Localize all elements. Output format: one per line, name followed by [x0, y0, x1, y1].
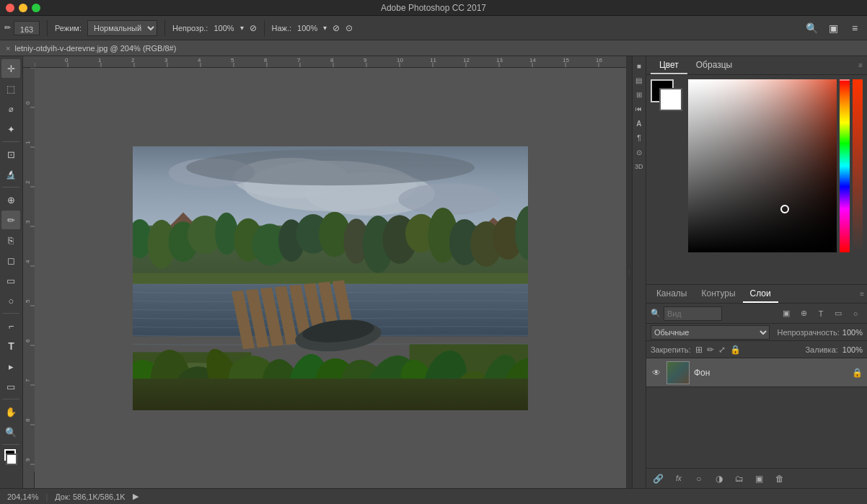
layer-thumbnail: [666, 361, 690, 384]
tool-hand[interactable]: ✋: [1, 402, 20, 421]
minimize-button[interactable]: [19, 4, 27, 12]
divider-2: [164, 20, 165, 36]
angle-icon[interactable]: ⊙: [346, 23, 353, 33]
layer-new-button[interactable]: ▣: [752, 471, 767, 487]
tool-zoom[interactable]: 🔍: [1, 423, 20, 441]
lock-artboard-icon[interactable]: ⤢: [718, 345, 726, 355]
collapse-strip[interactable]: ⋮: [626, 56, 632, 488]
tool-dodge[interactable]: ○: [1, 291, 20, 310]
tab-close[interactable]: ×: [6, 44, 10, 53]
document-tab[interactable]: × letniy-otdyih-v-derevne.jpg @ 204% (RG…: [0, 40, 867, 56]
tool-gradient[interactable]: ▭: [1, 271, 20, 290]
blend-mode-select[interactable]: Нормальный: [87, 20, 157, 36]
fill-value[interactable]: 100%: [842, 345, 863, 354]
layer-type-filter[interactable]: ▣: [779, 306, 793, 321]
close-button[interactable]: [6, 4, 14, 12]
h-ruler-canvas: [35, 56, 626, 67]
layer-shape-filter[interactable]: ▭: [831, 306, 845, 321]
saturation-value-picker[interactable]: [688, 79, 837, 252]
layer-bottom-toolbar: 🔗 fx ○ ◑ 🗂 ▣ 🗑: [646, 468, 867, 488]
app-title: Adobe Photoshop CC 2017: [381, 3, 486, 13]
color-picker-layout: [651, 79, 863, 252]
pattern-panel-icon[interactable]: ⊞: [633, 88, 646, 101]
lock-pixels-icon[interactable]: ⊞: [695, 345, 703, 355]
tool-type[interactable]: T: [1, 337, 20, 355]
divider-1: [47, 20, 48, 36]
search-button[interactable]: 🔍: [804, 20, 819, 36]
paragraph-panel-icon[interactable]: ¶: [633, 131, 646, 144]
arrange-button[interactable]: ▣: [825, 20, 841, 36]
background-swatch[interactable]: [659, 88, 682, 111]
color-picker-area: [646, 75, 867, 284]
tool-pen[interactable]: ⌐: [1, 317, 20, 335]
tool-crop[interactable]: ⊡: [1, 145, 20, 164]
tool-shape[interactable]: ▭: [1, 377, 20, 396]
fg-bg-swatches[interactable]: [651, 79, 682, 111]
tab-swatches[interactable]: Образцы: [687, 57, 741, 74]
lock-row: Закрепить: ⊞ ✏ ⤢ 🔒 Заливка: 100%: [646, 341, 867, 358]
alpha-slider[interactable]: [853, 79, 863, 252]
layers-panel-menu[interactable]: ≡: [860, 290, 864, 298]
layer-delete-button[interactable]: 🗑: [772, 471, 788, 487]
layer-item-fon[interactable]: 👁 Фон 🔒: [646, 358, 867, 387]
layer-smart-filter[interactable]: ○: [848, 306, 863, 321]
gradient-picker: [688, 79, 863, 252]
layer-link-button[interactable]: 🔗: [651, 471, 666, 487]
color-panel: Цвет Образцы ≡: [646, 56, 867, 285]
opacity-label: Непрозр.:: [172, 24, 208, 32]
tool-clone[interactable]: ⎘: [1, 231, 20, 249]
maximize-button[interactable]: [32, 4, 40, 12]
pressure-icon[interactable]: ⊘: [333, 23, 340, 33]
tool-healing[interactable]: ⊕: [1, 190, 20, 209]
toolbar: ✏ 163 Режим: Нормальный Непрозр.: 100% ▾…: [0, 16, 867, 40]
photo-canvas: [133, 146, 528, 410]
tab-layers[interactable]: Слои: [743, 286, 778, 303]
tool-fg-bg[interactable]: [1, 448, 20, 467]
tab-paths[interactable]: Контуры: [694, 286, 742, 303]
layer-mask-button[interactable]: ○: [691, 471, 707, 487]
statusbar-arrow[interactable]: ▶: [133, 492, 138, 501]
tool-marquee[interactable]: ⬚: [1, 79, 20, 98]
layers-search-input[interactable]: [664, 306, 722, 321]
vertical-ruler: [23, 68, 35, 488]
color-picker-panel-icon[interactable]: ■: [633, 59, 646, 72]
lock-position-icon[interactable]: ✏: [707, 345, 714, 355]
tab-channels[interactable]: Каналы: [649, 286, 695, 303]
layer-adjustment-filter[interactable]: ⊕: [796, 306, 811, 321]
brush-size[interactable]: 163: [14, 21, 40, 35]
layer-adjustment-button[interactable]: ◑: [711, 471, 727, 487]
statusbar-divider: |: [45, 492, 48, 501]
airbrush-icon[interactable]: ⊘: [250, 23, 257, 33]
hue-slider[interactable]: [840, 79, 850, 252]
layer-group-button[interactable]: 🗂: [731, 471, 747, 487]
type-panel-icon[interactable]: A: [633, 117, 646, 130]
canvas-content[interactable]: [35, 68, 626, 488]
3d-panel-icon[interactable]: 3D: [633, 160, 646, 173]
lock-all-icon[interactable]: 🔒: [730, 345, 741, 355]
tool-brush[interactable]: ✏: [1, 211, 20, 229]
tool-magic-wand[interactable]: ✦: [1, 120, 20, 138]
document-canvas[interactable]: [133, 146, 528, 410]
tool-eraser[interactable]: ◻: [1, 251, 20, 270]
color-panel-menu[interactable]: ≡: [858, 61, 863, 69]
tool-separator-1: [2, 141, 19, 142]
layer-name[interactable]: Фон: [694, 368, 848, 378]
workspace-menu[interactable]: ≡: [847, 20, 863, 36]
gradient-panel-icon[interactable]: ▤: [633, 74, 646, 87]
color-panel-tabs: Цвет Образцы ≡: [646, 56, 867, 75]
tool-eyedropper[interactable]: 🔬: [1, 165, 20, 184]
layer-text-filter[interactable]: T: [814, 306, 828, 321]
layer-fx-button[interactable]: fx: [671, 471, 687, 487]
tab-color[interactable]: Цвет: [651, 57, 687, 74]
opacity-value-layers[interactable]: 100%: [842, 328, 863, 337]
clone-source-panel-icon[interactable]: ⊙: [633, 146, 646, 159]
hue-indicator: [840, 79, 850, 81]
tool-lasso[interactable]: ⌀: [1, 100, 20, 118]
history-panel-icon[interactable]: ⏮: [633, 102, 646, 115]
layer-blend-mode[interactable]: Обычные: [651, 325, 770, 340]
lock-label: Закрепить:: [651, 345, 691, 354]
tool-move[interactable]: ✛: [1, 59, 20, 78]
tool-path-select[interactable]: ▸: [1, 357, 20, 376]
layer-visibility-toggle[interactable]: 👁: [651, 367, 662, 379]
statusbar: 204,14% | Док: 586,1K/586,1K ▶: [0, 488, 867, 504]
